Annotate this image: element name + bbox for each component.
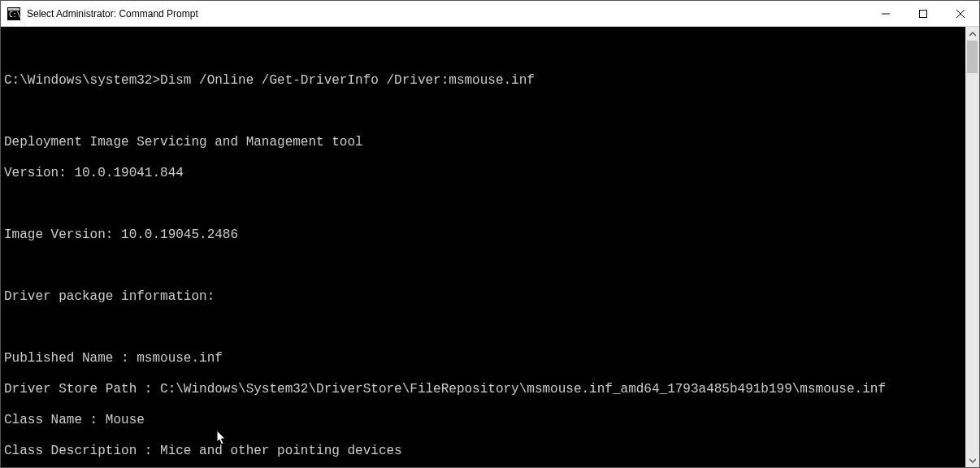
scroll-thumb[interactable]: [967, 41, 978, 73]
svg-text:C:\: C:\: [9, 11, 20, 19]
output-line: Version: 10.0.19041.844: [4, 166, 962, 181]
terminal-output[interactable]: C:\Windows\system32>Dism /Online /Get-Dr…: [1, 27, 965, 467]
close-button[interactable]: [942, 1, 979, 26]
prompt-text: C:\Windows\system32>: [4, 73, 160, 88]
output-line: Deployment Image Servicing and Managemen…: [4, 135, 962, 150]
vertical-scrollbar[interactable]: [965, 27, 979, 467]
output-line: Image Version: 10.0.19045.2486: [4, 228, 962, 243]
output-line: Driver package information:: [4, 289, 962, 305]
scroll-down-arrow-icon[interactable]: [965, 453, 979, 467]
window-titlebar: C:\ Select Administrator: Command Prompt: [1, 1, 979, 27]
window-title: Select Administrator: Command Prompt: [27, 8, 867, 20]
maximize-button[interactable]: [904, 1, 942, 26]
scroll-up-arrow-icon[interactable]: [965, 27, 979, 41]
cmd-icon: C:\: [7, 7, 20, 20]
window-controls: [867, 1, 979, 26]
output-line: Class Name : Mouse: [4, 413, 962, 428]
svg-rect-1: [8, 8, 20, 11]
minimize-button[interactable]: [867, 1, 904, 26]
output-line: Published Name : msmouse.inf: [4, 351, 962, 366]
command-text: Dism /Online /Get-DriverInfo /Driver:msm…: [160, 73, 535, 88]
client-area: C:\Windows\system32>Dism /Online /Get-Dr…: [1, 27, 979, 467]
output-line: Driver Store Path : C:\Windows\System32\…: [4, 382, 962, 397]
output-line: Class Description : Mice and other point…: [4, 444, 962, 459]
svg-rect-4: [920, 10, 927, 17]
